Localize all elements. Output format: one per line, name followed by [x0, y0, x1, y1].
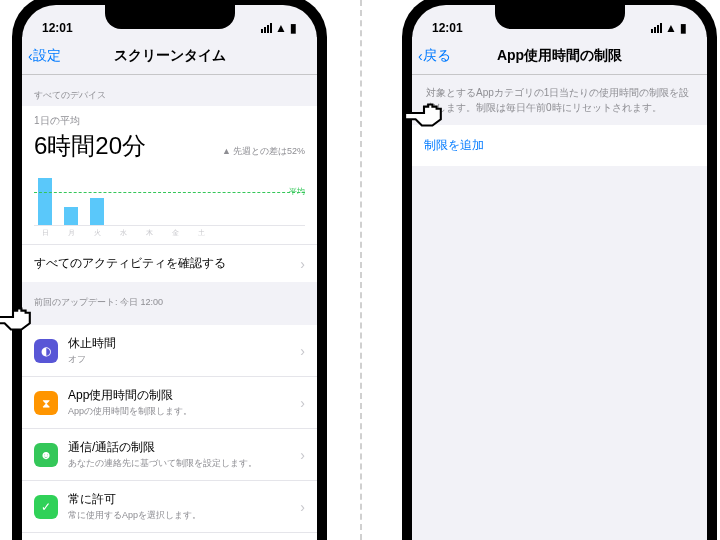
devices-header: すべてのデバイス — [22, 75, 317, 106]
pointer-hand-icon — [403, 98, 445, 130]
back-button[interactable]: ‹ 戻る — [412, 47, 451, 65]
bar-mon — [64, 207, 78, 225]
wifi-icon: ▲ — [275, 21, 287, 35]
summary-card: 1日の平均 6時間20分 ▲ 先週との差は52% — [22, 106, 317, 166]
row-downtime[interactable]: ◐ 休止時間オフ › — [22, 325, 317, 376]
diff-badge: ▲ 先週との差は52% — [222, 145, 305, 158]
cellular-icon — [261, 23, 272, 33]
chevron-right-icon: › — [300, 499, 305, 515]
page-title: App使用時間の制限 — [412, 47, 707, 65]
status-time: 12:01 — [42, 21, 73, 35]
add-limit[interactable]: 制限を追加 — [412, 125, 707, 166]
row-always-allowed[interactable]: ✓ 常に許可常に使用するAppを選択します。 › — [22, 480, 317, 532]
description-note: 対象とするAppカテゴリの1日当たりの使用時間の制限を設定します。制限は毎日午前… — [412, 75, 707, 125]
page-title: スクリーンタイム — [22, 47, 317, 65]
battery-icon: ▮ — [290, 21, 297, 35]
back-label: 設定 — [33, 47, 61, 65]
chart-x-labels: 日月火水木金土 — [34, 228, 305, 238]
chevron-right-icon: › — [300, 395, 305, 411]
status-indicators: ▲ ▮ — [261, 21, 297, 35]
wifi-icon: ▲ — [665, 21, 677, 35]
see-all-activity[interactable]: すべてのアクティビティを確認する › — [22, 244, 317, 282]
pointer-hand-icon — [0, 302, 34, 334]
last-updated: 前回のアップデート: 今日 12:00 — [22, 282, 317, 313]
avg-line — [34, 192, 305, 193]
chevron-right-icon: › — [300, 447, 305, 463]
status-indicators: ▲ ▮ — [651, 21, 687, 35]
usage-chart[interactable]: 平均 日月火水木金土 — [22, 166, 317, 244]
bar-tue — [90, 198, 104, 226]
avg-value: 6時間20分 — [34, 130, 146, 162]
back-label: 戻る — [423, 47, 451, 65]
cellular-icon — [651, 23, 662, 33]
checkmark-icon: ✓ — [34, 495, 58, 519]
phone-right: 12:01 ▲ ▮ ‹ 戻る App使用時間の制限 対象とするAppカテゴリの1… — [402, 0, 717, 540]
row-content-privacy[interactable]: ⊘ コンテンツとプライバシーの制限不適切なコンテンツをブロックします。 › — [22, 532, 317, 540]
bar-sun — [38, 178, 52, 225]
chevron-right-icon: › — [300, 256, 305, 272]
avg-line-label: 平均 — [289, 186, 305, 197]
notch — [495, 5, 625, 29]
battery-icon: ▮ — [680, 21, 687, 35]
status-time: 12:01 — [432, 21, 463, 35]
avg-label: 1日の平均 — [34, 114, 305, 128]
hourglass-icon: ⧗ — [34, 391, 58, 415]
moon-icon: ◐ — [34, 339, 58, 363]
notch — [105, 5, 235, 29]
row-communication[interactable]: ☻ 通信/通話の制限あなたの連絡先に基づいて制限を設定します。 › — [22, 428, 317, 480]
chevron-right-icon: › — [300, 343, 305, 359]
row-app-limits[interactable]: ⧗ App使用時間の制限Appの使用時間を制限します。 › — [22, 376, 317, 428]
nav-bar: ‹ 戻る App使用時間の制限 — [412, 37, 707, 75]
person-icon: ☻ — [34, 443, 58, 467]
back-button[interactable]: ‹ 設定 — [22, 47, 61, 65]
nav-bar: ‹ 設定 スクリーンタイム — [22, 37, 317, 75]
phone-left: 12:01 ▲ ▮ ‹ 設定 スクリーンタイム すべてのデバイス 1日の平均 6… — [12, 0, 327, 540]
arrow-up-icon: ▲ — [222, 146, 231, 156]
